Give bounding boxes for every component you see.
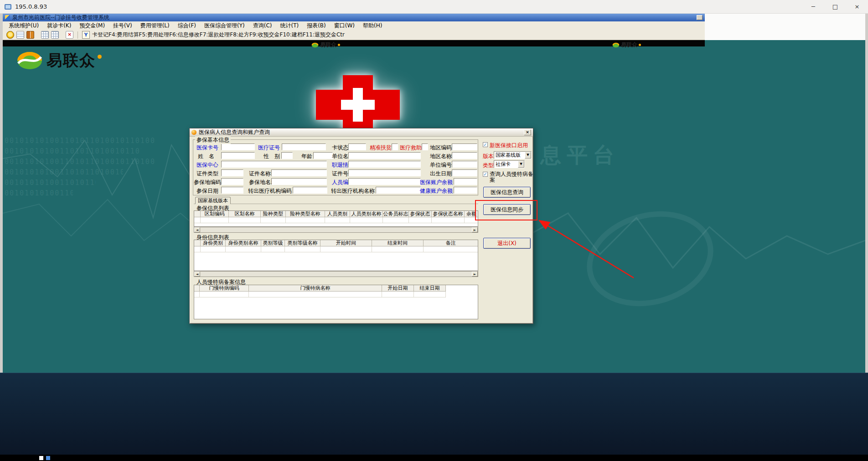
- insured-area-name-input[interactable]: [271, 178, 327, 185]
- mini-logo-swirl: [311, 42, 319, 48]
- person-no-input[interactable]: [348, 178, 421, 185]
- exit-button[interactable]: 退出(X): [483, 238, 531, 249]
- label-id-name: 证件名称: [249, 170, 271, 178]
- clock-icon[interactable]: [6, 31, 14, 39]
- menu-stats[interactable]: 统计(T): [276, 21, 303, 31]
- insured-date-input[interactable]: [221, 187, 243, 194]
- dialog-titlebar[interactable]: 医保病人信息查询和账户查询 ×: [190, 128, 533, 137]
- column-header: 险种类型名称: [286, 211, 325, 217]
- poverty-flag-input[interactable]: [392, 143, 398, 150]
- scroll-left-icon[interactable]: ◄: [194, 271, 200, 277]
- app-minimize-button[interactable]: [697, 15, 703, 20]
- identity-list-hscrollbar[interactable]: ◄ ►: [194, 271, 478, 277]
- menu-window[interactable]: 窗口(W): [330, 21, 359, 31]
- column-header: 备注: [424, 240, 478, 246]
- menu-system[interactable]: 系统维护(U): [5, 21, 43, 31]
- remote-titlebar[interactable]: 195.0.8.93: [0, 0, 868, 14]
- mini-brand-logo: 易联众: [311, 41, 340, 49]
- scroll-right-icon[interactable]: ►: [472, 227, 478, 232]
- unit-no-input[interactable]: [452, 161, 477, 168]
- table-cell: [320, 246, 372, 252]
- retire-status-input[interactable]: [348, 161, 421, 168]
- insured-list-hscrollbar[interactable]: ◄ ►: [194, 227, 478, 233]
- y-shortcut-button[interactable]: Y: [82, 31, 90, 39]
- app-title: 泉州市光前医院--门诊挂号收费管理系统: [12, 14, 694, 21]
- gender-input[interactable]: [281, 152, 293, 159]
- grid-icon[interactable]: [51, 31, 59, 39]
- table-cell: [325, 217, 350, 223]
- document-icon[interactable]: [16, 31, 24, 39]
- taskbar-icon[interactable]: [46, 456, 50, 460]
- menu-report[interactable]: 报表(B): [303, 21, 330, 31]
- insurance-query-button[interactable]: 医保信息查询: [483, 187, 531, 198]
- new-interface-checkbox[interactable]: ✓ 新医保接口启用: [483, 142, 528, 149]
- id-no-input[interactable]: [348, 169, 421, 176]
- table-header-row: 身份类别 身份类别名称 类别等级 类别等级名称 开始时间 结束时间 备注: [194, 240, 478, 246]
- scroll-right-icon[interactable]: ►: [472, 271, 478, 277]
- selector-column: [194, 240, 201, 246]
- close-button[interactable]: ×: [846, 0, 868, 13]
- checkbox-box[interactable]: ✓: [483, 172, 488, 177]
- account-balance-input[interactable]: [454, 178, 477, 185]
- menu-help[interactable]: 帮助(H): [359, 21, 386, 31]
- group-title: 参保基本信息: [195, 136, 231, 144]
- insurance-query-dialog: 医保病人信息查询和账户查询 × 参保基本信息 医保卡号 医疗证号 卡状态 精准扶…: [189, 128, 533, 324]
- scroll-left-icon[interactable]: ◄: [194, 227, 200, 232]
- age-input[interactable]: [313, 152, 333, 159]
- maximize-button[interactable]: □: [824, 0, 846, 13]
- top-black-strip: [3, 40, 705, 46]
- remote-title: 195.0.8.93: [15, 3, 47, 10]
- mini-logo-swirl: [612, 42, 620, 48]
- birth-date-input[interactable]: [452, 169, 477, 176]
- taskbar-icon[interactable]: [39, 456, 43, 460]
- area-name-input[interactable]: [452, 152, 477, 159]
- version-select[interactable]: 国家基线版 ▼: [494, 151, 532, 159]
- menu-deposit[interactable]: 预交金(M): [75, 21, 109, 31]
- scrollbar-track[interactable]: [200, 227, 472, 232]
- out-org-name-input[interactable]: [376, 187, 421, 194]
- label-health-bal: 健康账户余额: [420, 187, 453, 195]
- table-icon[interactable]: [41, 31, 49, 39]
- menu-insurance[interactable]: 医保综合管理(Y): [200, 21, 249, 31]
- checkbox-box[interactable]: ✓: [483, 142, 488, 147]
- tab-national-baseline[interactable]: 国家基线版本: [195, 197, 231, 204]
- label-name: 姓 名: [198, 153, 214, 160]
- scrollbar-track[interactable]: [200, 271, 472, 277]
- type-select[interactable]: 社保卡 ▼: [494, 160, 525, 168]
- app-titlebar[interactable]: 泉州市光前医院--门诊挂号收费管理系统: [3, 14, 705, 21]
- id-type-input[interactable]: [221, 169, 243, 176]
- out-org-code-input[interactable]: [293, 187, 327, 194]
- table-cell: [226, 246, 261, 252]
- chevron-down-icon[interactable]: ▼: [518, 161, 524, 168]
- dialog-close-button[interactable]: ×: [524, 129, 531, 135]
- card-status-input[interactable]: [348, 143, 366, 150]
- binary-decoration: 0010101010011010110100101101001011010010…: [5, 158, 155, 166]
- checkmark-icon: ✓: [483, 172, 487, 177]
- label-area-code: 地区编码: [430, 144, 452, 152]
- menu-fee[interactable]: 费用管理(L): [136, 21, 174, 31]
- column-header: 结束时间: [372, 240, 424, 246]
- table-cell: [285, 246, 320, 252]
- chevron-down-icon[interactable]: ▼: [525, 152, 531, 159]
- health-balance-input[interactable]: [454, 187, 477, 194]
- name-input[interactable]: [221, 152, 255, 159]
- menu-card[interactable]: 就诊卡(K): [43, 21, 75, 31]
- med-aid-flag-input[interactable]: [422, 143, 428, 150]
- menu-register[interactable]: 挂号(V): [109, 21, 136, 31]
- id-name-input[interactable]: [271, 169, 327, 176]
- delete-icon[interactable]: ×: [66, 31, 73, 39]
- menu-query[interactable]: 查询(C): [249, 21, 276, 31]
- insured-area-code-input[interactable]: [221, 178, 243, 185]
- card-no-input[interactable]: [221, 143, 255, 150]
- table-cell: [409, 217, 432, 223]
- book-icon[interactable]: [26, 31, 34, 39]
- menu-general[interactable]: 综合(F): [174, 21, 200, 31]
- taskbar[interactable]: [0, 455, 868, 461]
- cert-no-input[interactable]: [282, 143, 326, 150]
- area-code-input[interactable]: [452, 143, 477, 150]
- chronic-query-checkbox[interactable]: ✓ 查询人员慢特病备案: [483, 171, 533, 183]
- unit-name-input[interactable]: [348, 152, 421, 159]
- center-input[interactable]: [221, 161, 327, 168]
- minimize-button[interactable]: ─: [802, 0, 824, 13]
- table-cell: [286, 217, 325, 223]
